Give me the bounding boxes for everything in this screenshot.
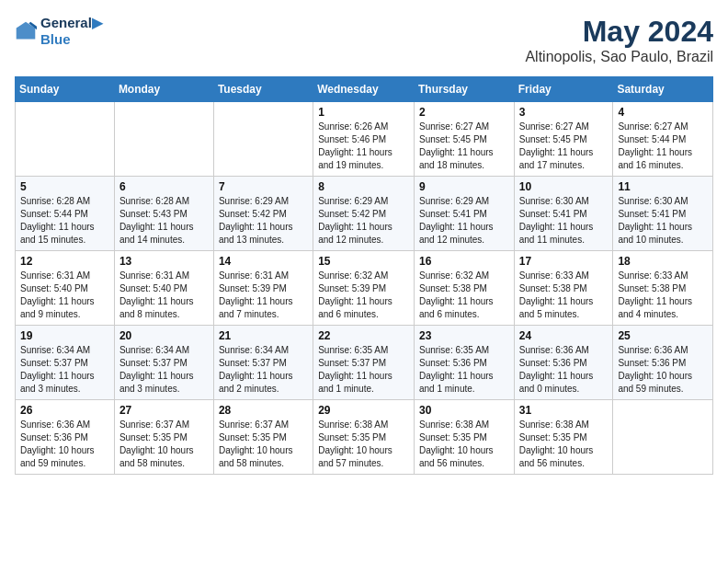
weekday-header: Thursday xyxy=(414,77,514,102)
calendar-cell: 19Sunrise: 6:34 AM Sunset: 5:37 PM Dayli… xyxy=(16,326,115,400)
calendar-cell: 20Sunrise: 6:34 AM Sunset: 5:37 PM Dayli… xyxy=(114,326,213,400)
weekday-header: Saturday xyxy=(613,77,713,102)
day-number: 26 xyxy=(20,404,109,417)
calendar-week-row: 5Sunrise: 6:28 AM Sunset: 5:44 PM Daylig… xyxy=(16,177,713,251)
day-info: Sunrise: 6:36 AM Sunset: 5:36 PM Dayligh… xyxy=(20,419,109,470)
calendar-cell: 25Sunrise: 6:36 AM Sunset: 5:36 PM Dayli… xyxy=(613,326,713,400)
day-number: 9 xyxy=(419,180,509,193)
calendar-cell: 2Sunrise: 6:27 AM Sunset: 5:45 PM Daylig… xyxy=(414,102,514,177)
calendar-cell: 3Sunrise: 6:27 AM Sunset: 5:45 PM Daylig… xyxy=(514,102,613,177)
day-number: 10 xyxy=(519,180,609,193)
day-info: Sunrise: 6:34 AM Sunset: 5:37 PM Dayligh… xyxy=(20,344,109,396)
day-number: 23 xyxy=(419,329,509,342)
day-number: 29 xyxy=(318,404,409,417)
day-info: Sunrise: 6:28 AM Sunset: 5:43 PM Dayligh… xyxy=(119,195,209,247)
calendar-week-row: 26Sunrise: 6:36 AM Sunset: 5:36 PM Dayli… xyxy=(16,400,713,475)
calendar-cell: 12Sunrise: 6:31 AM Sunset: 5:40 PM Dayli… xyxy=(16,251,115,326)
calendar-cell: 24Sunrise: 6:36 AM Sunset: 5:36 PM Dayli… xyxy=(514,326,613,400)
day-info: Sunrise: 6:31 AM Sunset: 5:40 PM Dayligh… xyxy=(119,270,209,321)
day-info: Sunrise: 6:27 AM Sunset: 5:44 PM Dayligh… xyxy=(618,121,708,172)
day-info: Sunrise: 6:38 AM Sunset: 5:35 PM Dayligh… xyxy=(419,419,509,470)
calendar-cell: 29Sunrise: 6:38 AM Sunset: 5:35 PM Dayli… xyxy=(313,400,415,475)
day-number: 12 xyxy=(20,255,109,268)
day-number: 5 xyxy=(20,180,109,193)
day-info: Sunrise: 6:37 AM Sunset: 5:35 PM Dayligh… xyxy=(219,419,308,470)
calendar-cell: 17Sunrise: 6:33 AM Sunset: 5:38 PM Dayli… xyxy=(514,251,613,326)
calendar-cell: 18Sunrise: 6:33 AM Sunset: 5:38 PM Dayli… xyxy=(613,251,713,326)
day-info: Sunrise: 6:34 AM Sunset: 5:37 PM Dayligh… xyxy=(119,344,209,396)
day-info: Sunrise: 6:33 AM Sunset: 5:38 PM Dayligh… xyxy=(618,270,708,321)
calendar-cell: 15Sunrise: 6:32 AM Sunset: 5:39 PM Dayli… xyxy=(313,251,415,326)
calendar-cell: 10Sunrise: 6:30 AM Sunset: 5:41 PM Dayli… xyxy=(514,177,613,251)
weekday-header: Tuesday xyxy=(213,77,313,102)
day-number: 15 xyxy=(318,255,409,268)
day-info: Sunrise: 6:33 AM Sunset: 5:38 PM Dayligh… xyxy=(519,270,609,321)
day-info: Sunrise: 6:35 AM Sunset: 5:37 PM Dayligh… xyxy=(318,344,409,396)
day-number: 28 xyxy=(219,404,308,417)
day-number: 17 xyxy=(519,255,609,268)
day-number: 14 xyxy=(219,255,308,268)
day-number: 18 xyxy=(618,255,708,268)
month-title: May 2024 xyxy=(525,15,713,49)
calendar-cell xyxy=(613,400,713,475)
day-number: 30 xyxy=(419,404,509,417)
calendar-cell: 1Sunrise: 6:26 AM Sunset: 5:46 PM Daylig… xyxy=(313,102,415,177)
calendar-cell xyxy=(114,102,213,177)
calendar-cell: 11Sunrise: 6:30 AM Sunset: 5:41 PM Dayli… xyxy=(613,177,713,251)
calendar-cell: 31Sunrise: 6:38 AM Sunset: 5:35 PM Dayli… xyxy=(514,400,613,475)
day-number: 31 xyxy=(519,404,609,417)
calendar-cell: 26Sunrise: 6:36 AM Sunset: 5:36 PM Dayli… xyxy=(16,400,115,475)
day-info: Sunrise: 6:29 AM Sunset: 5:41 PM Dayligh… xyxy=(419,195,509,247)
calendar-cell: 30Sunrise: 6:38 AM Sunset: 5:35 PM Dayli… xyxy=(414,400,514,475)
day-number: 25 xyxy=(618,329,708,342)
calendar-cell: 16Sunrise: 6:32 AM Sunset: 5:38 PM Dayli… xyxy=(414,251,514,326)
logo: General▶ Blue xyxy=(15,15,103,47)
calendar-cell xyxy=(213,102,313,177)
day-number: 7 xyxy=(219,180,308,193)
day-info: Sunrise: 6:27 AM Sunset: 5:45 PM Dayligh… xyxy=(419,121,509,172)
weekday-header-row: SundayMondayTuesdayWednesdayThursdayFrid… xyxy=(16,77,713,102)
day-info: Sunrise: 6:31 AM Sunset: 5:39 PM Dayligh… xyxy=(219,270,308,321)
calendar-cell: 8Sunrise: 6:29 AM Sunset: 5:42 PM Daylig… xyxy=(313,177,415,251)
calendar-cell: 28Sunrise: 6:37 AM Sunset: 5:35 PM Dayli… xyxy=(213,400,313,475)
day-number: 24 xyxy=(519,329,609,342)
calendar-cell: 27Sunrise: 6:37 AM Sunset: 5:35 PM Dayli… xyxy=(114,400,213,475)
calendar-cell: 23Sunrise: 6:35 AM Sunset: 5:36 PM Dayli… xyxy=(414,326,514,400)
calendar-cell: 5Sunrise: 6:28 AM Sunset: 5:44 PM Daylig… xyxy=(16,177,115,251)
calendar-cell: 21Sunrise: 6:34 AM Sunset: 5:37 PM Dayli… xyxy=(213,326,313,400)
day-number: 2 xyxy=(419,106,509,119)
logo-text: General▶ Blue xyxy=(40,15,103,47)
day-info: Sunrise: 6:35 AM Sunset: 5:36 PM Dayligh… xyxy=(419,344,509,396)
day-number: 4 xyxy=(618,106,708,119)
day-number: 1 xyxy=(318,106,409,119)
day-info: Sunrise: 6:29 AM Sunset: 5:42 PM Dayligh… xyxy=(318,195,409,247)
day-number: 21 xyxy=(219,329,308,342)
logo-icon xyxy=(15,20,37,42)
location: Altinopolis, Sao Paulo, Brazil xyxy=(525,49,713,65)
day-info: Sunrise: 6:36 AM Sunset: 5:36 PM Dayligh… xyxy=(618,344,708,396)
calendar-week-row: 1Sunrise: 6:26 AM Sunset: 5:46 PM Daylig… xyxy=(16,102,713,177)
title-block: May 2024 Altinopolis, Sao Paulo, Brazil xyxy=(525,15,713,65)
day-info: Sunrise: 6:36 AM Sunset: 5:36 PM Dayligh… xyxy=(519,344,609,396)
calendar-cell xyxy=(16,102,115,177)
weekday-header: Sunday xyxy=(16,77,115,102)
calendar-cell: 22Sunrise: 6:35 AM Sunset: 5:37 PM Dayli… xyxy=(313,326,415,400)
day-number: 11 xyxy=(618,180,708,193)
weekday-header: Wednesday xyxy=(313,77,415,102)
day-number: 6 xyxy=(119,180,209,193)
calendar-cell: 13Sunrise: 6:31 AM Sunset: 5:40 PM Dayli… xyxy=(114,251,213,326)
weekday-header: Monday xyxy=(114,77,213,102)
calendar-cell: 9Sunrise: 6:29 AM Sunset: 5:41 PM Daylig… xyxy=(414,177,514,251)
calendar-cell: 4Sunrise: 6:27 AM Sunset: 5:44 PM Daylig… xyxy=(613,102,713,177)
day-number: 20 xyxy=(119,329,209,342)
calendar-table: SundayMondayTuesdayWednesdayThursdayFrid… xyxy=(15,76,713,475)
day-info: Sunrise: 6:32 AM Sunset: 5:38 PM Dayligh… xyxy=(419,270,509,321)
day-number: 22 xyxy=(318,329,409,342)
day-info: Sunrise: 6:30 AM Sunset: 5:41 PM Dayligh… xyxy=(618,195,708,247)
day-number: 16 xyxy=(419,255,509,268)
day-number: 19 xyxy=(20,329,109,342)
day-info: Sunrise: 6:31 AM Sunset: 5:40 PM Dayligh… xyxy=(20,270,109,321)
calendar-cell: 7Sunrise: 6:29 AM Sunset: 5:42 PM Daylig… xyxy=(213,177,313,251)
page-header: General▶ Blue May 2024 Altinopolis, Sao … xyxy=(15,15,713,65)
day-number: 3 xyxy=(519,106,609,119)
